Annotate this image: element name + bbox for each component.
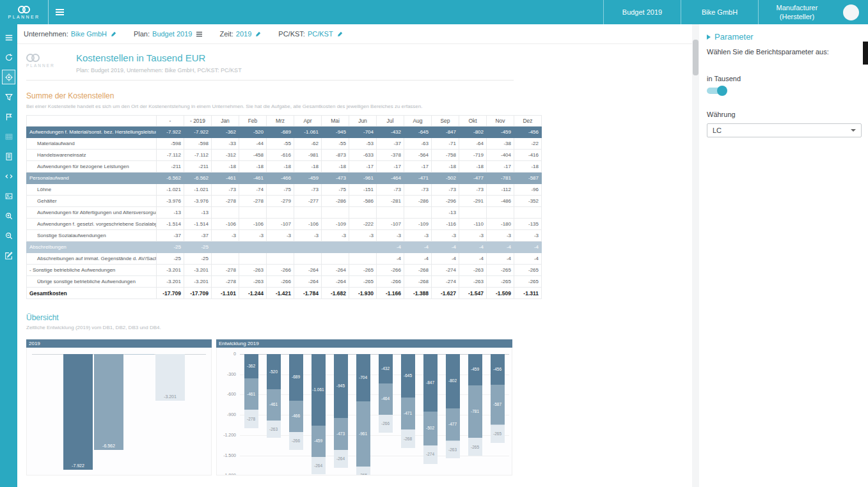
cell: -3 (212, 230, 239, 242)
page-scrollbar[interactable] (863, 24, 868, 487)
cell: -268 (404, 276, 432, 288)
zoom-out-icon[interactable] (0, 226, 17, 245)
grid-icon[interactable] (0, 127, 17, 146)
chart-bar[interactable] (94, 354, 123, 450)
y-axis-tick-label: -1.800 (217, 473, 236, 475)
cell: -278 (212, 265, 239, 276)
filter-value[interactable]: PC/KST (308, 30, 333, 38)
scrollbar-thumb[interactable] (693, 40, 698, 75)
segment-value-label: -274 (423, 452, 438, 456)
cell: -459 (294, 173, 322, 184)
cell: -458 (239, 150, 267, 161)
y-axis-tick-label: -1.500 (217, 453, 236, 458)
cell: -17.709 (184, 288, 212, 299)
cell: -266 (377, 276, 404, 288)
column-header[interactable]: - (157, 116, 184, 127)
cell: -277 (294, 196, 322, 207)
cell: -17.709 (157, 288, 184, 299)
cell: -73 (404, 184, 432, 196)
cell: -3 (294, 230, 322, 242)
menu-icon[interactable] (0, 27, 17, 47)
cell: -502 (432, 173, 459, 184)
cell: -73 (294, 184, 322, 196)
in-tausend-toggle[interactable] (707, 88, 726, 94)
topbar-item-bike-gmbh[interactable]: Bike GmbH (681, 0, 758, 24)
filter-value[interactable]: 2019 (236, 30, 251, 38)
cell: -22 (514, 138, 542, 150)
content-scrollbar[interactable] (692, 24, 699, 487)
scrollbar-thumb[interactable] (863, 42, 868, 65)
flag-icon[interactable] (0, 107, 17, 127)
segment-value-label: -471 (401, 411, 415, 415)
filter-icon[interactable] (0, 87, 17, 107)
cell: -3.976 (157, 196, 184, 207)
topbar-context-items: Budget 2019Bike GmbHManufacturer (Herste… (603, 0, 835, 24)
app-logo[interactable]: PLANNER (0, 0, 49, 24)
image-icon[interactable] (0, 186, 17, 206)
cell: -274 (432, 265, 459, 276)
column-header[interactable]: - 2019 (184, 116, 212, 127)
parameter-header[interactable]: Parameter (707, 32, 863, 42)
target-icon[interactable] (0, 67, 17, 87)
page-subtitle: Plan: Budget 2019, Unternehmen: Bike Gmb… (76, 67, 242, 73)
cell: -3 (432, 230, 459, 242)
bar-value-label: -3.201 (155, 394, 185, 399)
edit-icon[interactable] (337, 31, 343, 37)
table-row: Löhne-1.021-1.021-73-74-75-73-75-151-73-… (27, 184, 542, 196)
cell: -471 (404, 173, 432, 184)
chart-2019: 2019 -7.922-6.562-3.201 (26, 339, 212, 475)
cell: -25 (184, 242, 212, 253)
segment-value-label: -961 (356, 431, 370, 436)
row-label[interactable]: Personalaufwand (27, 173, 157, 184)
cell (212, 207, 239, 219)
column-header: Aug (404, 116, 432, 127)
cell: -18 (514, 161, 542, 173)
zoom-in-icon[interactable] (0, 206, 17, 226)
cell: -456 (514, 127, 542, 138)
overview-title: Übersicht (26, 313, 692, 322)
cell: -3 (239, 230, 267, 242)
cell (239, 242, 267, 253)
chart-bar[interactable] (125, 354, 154, 355)
cell: -291 (459, 196, 487, 207)
filter-plan: Plan:Budget 2019 (134, 30, 203, 38)
filter-value[interactable]: Bike GmbH (71, 30, 107, 38)
edit-icon[interactable] (0, 245, 17, 265)
document-icon[interactable] (0, 146, 17, 166)
cell: -13 (432, 207, 459, 219)
cell: -73 (212, 184, 239, 196)
cell: -477 (459, 173, 487, 184)
toggle-knob[interactable] (717, 86, 727, 96)
edit-icon[interactable] (111, 31, 117, 37)
column-header: Mrz (267, 116, 294, 127)
topbar-item-manufacturer[interactable]: Manufacturer (Hersteller) (758, 0, 835, 24)
table-header-row: -- 2019JanFebMrzAprMaiJunJulAugSepOktNov… (27, 116, 542, 127)
cell: -279 (267, 196, 294, 207)
cell: -107 (377, 219, 404, 230)
cell: -312 (212, 150, 239, 161)
menu-icon[interactable] (49, 0, 70, 24)
topbar-item-budget-2019[interactable]: Budget 2019 (603, 0, 681, 24)
menu-icon[interactable] (196, 31, 203, 37)
cell: -432 (377, 127, 404, 138)
user-avatar[interactable] (843, 4, 859, 20)
filter-label: PC/KST: (278, 30, 305, 38)
cell (459, 207, 487, 219)
cell: -802 (459, 127, 487, 138)
row-label[interactable]: Abschreibungen (27, 242, 157, 253)
cell: -264 (322, 276, 349, 288)
edit-icon[interactable] (255, 31, 262, 37)
currency-select[interactable]: LC (707, 123, 862, 137)
cell: -106 (239, 219, 267, 230)
segment-value-label: -477 (446, 422, 460, 426)
cell (267, 207, 294, 219)
sync-icon[interactable] (0, 47, 17, 67)
cell: -266 (377, 265, 404, 276)
row-label[interactable]: Aufwendungen f. Material/sonst. bez. Her… (27, 127, 157, 138)
cell: -7.922 (157, 127, 184, 138)
filter-value[interactable]: Budget 2019 (152, 30, 192, 38)
cell: -3 (322, 230, 349, 242)
chart-bar[interactable] (63, 354, 93, 470)
code-icon[interactable] (0, 166, 17, 186)
row-label[interactable]: - Sonstige betriebliche Aufwendungen (27, 265, 157, 276)
